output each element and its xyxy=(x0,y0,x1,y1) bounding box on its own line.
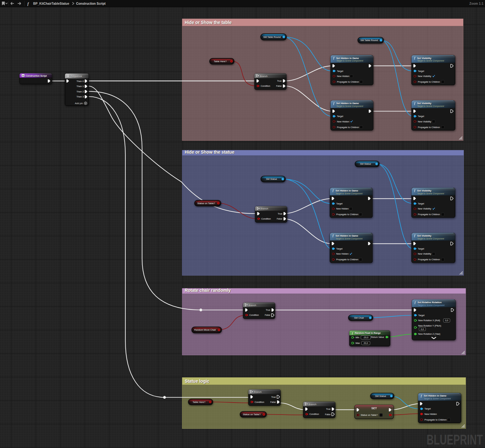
svg-text:True: True xyxy=(271,396,276,398)
svg-text:Branch: Branch xyxy=(260,207,268,210)
svg-text:SM Chair: SM Chair xyxy=(354,316,364,319)
svg-text:New Visibility: New Visibility xyxy=(418,120,431,123)
svg-text:Target is Scene Component: Target is Scene Component xyxy=(336,238,363,240)
svg-text:Zoom 1:1: Zoom 1:1 xyxy=(470,2,484,5)
svg-text:Statue on Table?: Statue on Table? xyxy=(361,414,378,416)
svg-text:Target is Scene Component: Target is Scene Component xyxy=(417,60,444,62)
svg-text:Target: Target xyxy=(337,115,343,118)
svg-text:Target: Target xyxy=(424,407,431,410)
svg-text:Random Move Chair: Random Move Chair xyxy=(194,328,216,331)
svg-text:Target is Scene Component: Target is Scene Component xyxy=(336,60,363,62)
svg-text:Target is Scene Component: Target is Scene Component xyxy=(417,238,444,240)
svg-text:Propagate to Children: Propagate to Children xyxy=(424,418,446,421)
svg-text:Target: Target xyxy=(336,247,343,250)
svg-text:Propagate to Children: Propagate to Children xyxy=(418,80,440,83)
svg-text:Set Hidden in Game: Set Hidden in Game xyxy=(424,394,446,397)
svg-text:Target is Scene Component: Target is Scene Component xyxy=(417,192,444,195)
svg-text:Return Value: Return Value xyxy=(371,336,384,339)
svg-text:Propagate to Children: Propagate to Children xyxy=(337,80,359,83)
svg-text:Set Hidden in Game: Set Hidden in Game xyxy=(336,234,358,237)
svg-text:New Rotation Y (Pitch): New Rotation Y (Pitch) xyxy=(418,324,441,327)
svg-text:Target: Target xyxy=(418,70,424,73)
svg-text:20,0: 20,0 xyxy=(363,342,368,345)
svg-text:Branch: Branch xyxy=(254,391,262,393)
svg-text:Min: Min xyxy=(356,336,359,339)
svg-text:New Rotation Z (Yaw): New Rotation Z (Yaw) xyxy=(418,333,440,335)
svg-text:False: False xyxy=(325,413,331,416)
svg-text:Branch: Branch xyxy=(248,304,256,307)
svg-text:SM Statue: SM Statue xyxy=(375,395,386,398)
svg-text:Target is Scene Component: Target is Scene Component xyxy=(336,192,363,195)
svg-text:Statue on Table?: Statue on Table? xyxy=(197,202,215,205)
svg-text:New Hidden: New Hidden xyxy=(336,252,349,255)
svg-text:Condition: Condition xyxy=(309,413,319,416)
svg-text:Max: Max xyxy=(356,342,360,345)
svg-text:Table Here?: Table Here? xyxy=(214,60,226,63)
svg-text:Table Here?: Table Here? xyxy=(193,401,205,404)
svg-text:Statue logic: Statue logic xyxy=(185,379,210,384)
svg-text:False: False xyxy=(270,401,276,404)
svg-text:New Hidden: New Hidden xyxy=(337,120,349,123)
svg-text:True: True xyxy=(278,212,282,215)
svg-text:New Hidden: New Hidden xyxy=(337,75,349,78)
svg-text:Target: Target xyxy=(418,202,424,205)
svg-text:Target is Scene Component: Target is Scene Component xyxy=(424,398,451,400)
svg-text:Then 0: Then 0 xyxy=(76,80,84,83)
svg-text:Propagate to Children: Propagate to Children xyxy=(418,126,440,129)
svg-text:Construction Script: Construction Script xyxy=(26,74,47,77)
svg-text:BLUEPRINT: BLUEPRINT xyxy=(427,432,483,447)
svg-text:True: True xyxy=(266,309,270,311)
svg-text:New Hidden: New Hidden xyxy=(424,413,437,416)
svg-text:-20,0: -20,0 xyxy=(363,336,368,339)
svg-text:Propagate to Children: Propagate to Children xyxy=(336,213,358,216)
svg-text:Set Hidden in Game: Set Hidden in Game xyxy=(336,102,359,105)
svg-text:SM Table Round: SM Table Round xyxy=(360,39,378,42)
svg-text:Branch: Branch xyxy=(260,75,268,78)
svg-text:Target is Scene Component: Target is Scene Component xyxy=(336,105,363,108)
svg-text:Then 1: Then 1 xyxy=(76,85,84,88)
svg-text:SM Statue: SM Statue xyxy=(266,178,277,180)
svg-text:Target: Target xyxy=(337,70,343,73)
svg-text:0,0: 0,0 xyxy=(445,319,448,322)
svg-text:Construction Script: Construction Script xyxy=(76,2,106,5)
svg-text:Hide or Show the table: Hide or Show the table xyxy=(185,20,232,25)
svg-text:Target: Target xyxy=(418,314,425,317)
svg-text:Set Visibility: Set Visibility xyxy=(417,234,432,237)
svg-text:Set Visibility: Set Visibility xyxy=(417,57,432,60)
svg-text:Propagate to Children: Propagate to Children xyxy=(418,258,440,261)
svg-text:New Hidden: New Hidden xyxy=(336,207,349,210)
svg-text:Rotate chair randomly: Rotate chair randomly xyxy=(185,288,231,293)
svg-text:Target: Target xyxy=(418,247,424,250)
svg-text:Add pin: Add pin xyxy=(75,102,83,105)
svg-text:Then 3: Then 3 xyxy=(76,95,84,98)
svg-text:New Rotation X (Roll): New Rotation X (Roll) xyxy=(418,319,440,322)
svg-text:Condition: Condition xyxy=(254,401,264,404)
svg-text:0,0: 0,0 xyxy=(421,328,424,331)
svg-text:False: False xyxy=(265,314,270,316)
svg-text:SM Statue: SM Statue xyxy=(360,162,371,165)
svg-text:Sequence: Sequence xyxy=(71,75,82,78)
svg-text:New Visibility: New Visibility xyxy=(418,252,431,255)
svg-text:Set Visibility: Set Visibility xyxy=(417,189,432,192)
svg-text:Hide or Show the statue: Hide or Show the statue xyxy=(185,150,234,155)
svg-text:Condition: Condition xyxy=(261,217,271,220)
svg-text:Set Relative Rotation: Set Relative Rotation xyxy=(418,301,442,304)
svg-text:Propagate to Children: Propagate to Children xyxy=(337,126,359,129)
svg-text:Random Float in Range: Random Float in Range xyxy=(355,332,381,334)
svg-text:Then 2: Then 2 xyxy=(76,90,84,93)
svg-text:SM Table Round: SM Table Round xyxy=(263,36,281,38)
svg-text:Propagate to Children: Propagate to Children xyxy=(336,258,358,261)
svg-text:Branch: Branch xyxy=(308,403,316,406)
svg-text:Target: Target xyxy=(336,202,343,205)
svg-text:Target: Target xyxy=(418,115,424,118)
svg-text:New Visibility: New Visibility xyxy=(418,75,431,78)
svg-text:Statue on Table?: Statue on Table? xyxy=(243,413,260,416)
svg-text:Set Hidden in Game: Set Hidden in Game xyxy=(336,189,358,192)
svg-text:True: True xyxy=(277,80,282,82)
svg-text:Target is Scene Component: Target is Scene Component xyxy=(418,304,445,307)
svg-text:False: False xyxy=(276,85,282,87)
svg-text:Target is Scene Component: Target is Scene Component xyxy=(417,105,444,108)
svg-text:False: False xyxy=(277,217,282,220)
svg-text:Condition: Condition xyxy=(249,314,259,316)
svg-text:SET: SET xyxy=(371,407,377,410)
